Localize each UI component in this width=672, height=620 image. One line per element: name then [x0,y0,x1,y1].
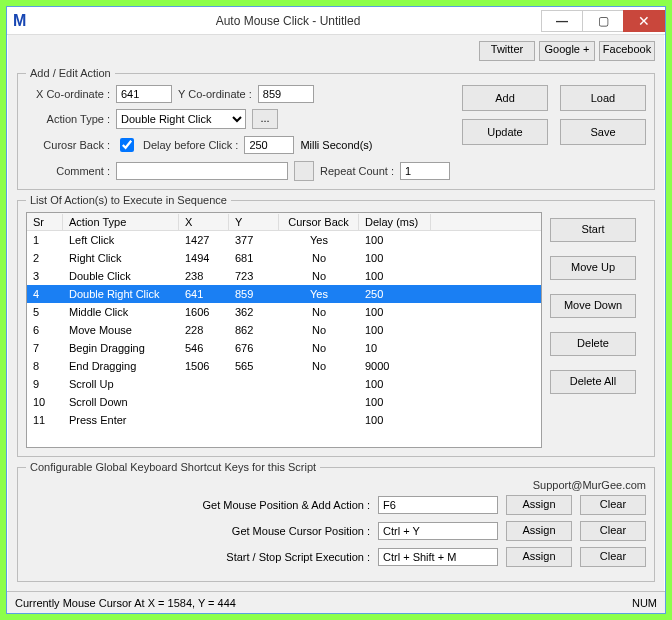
col-type[interactable]: Action Type [63,214,179,230]
delete-all-button[interactable]: Delete All [550,370,636,394]
action-list-group: List Of Action(s) to Execute in Sequence… [17,194,655,457]
cursor-back-checkbox[interactable] [120,138,134,152]
table-row[interactable]: 11Press Enter100 [27,411,541,429]
table-row[interactable]: 9Scroll Up100 [27,375,541,393]
table-row[interactable]: 8End Dragging1506565No9000 [27,357,541,375]
shortcut-label: Get Mouse Position & Add Action : [120,499,370,511]
load-button[interactable]: Load [560,85,646,111]
maximize-button[interactable]: ▢ [582,10,624,32]
window-title: Auto Mouse Click - Untitled [35,14,541,28]
comment-label: Comment : [26,165,110,177]
cursor-back-label: Curosr Back : [26,139,110,151]
clear-button[interactable]: Clear [580,495,646,515]
x-label: X Co-ordinate : [26,88,110,100]
table-row[interactable]: 2Right Click1494681No100 [27,249,541,267]
action-type-label: Action Type : [26,113,110,125]
table-header: Sr Action Type X Y Cursor Back Delay (ms… [27,213,541,231]
titlebar[interactable]: M Auto Mouse Click - Untitled — ▢ ✕ [7,7,665,35]
main-window: M Auto Mouse Click - Untitled — ▢ ✕ Twit… [6,6,666,614]
facebook-button[interactable]: Facebook [599,41,655,61]
shortcuts-legend: Configurable Global Keyboard Shortcut Ke… [26,461,320,473]
action-table[interactable]: Sr Action Type X Y Cursor Back Delay (ms… [26,212,542,448]
table-row[interactable]: 1Left Click1427377Yes100 [27,231,541,249]
table-row[interactable]: 7Begin Dragging546676No10 [27,339,541,357]
repeat-label: Repeat Count : [320,165,394,177]
repeat-input[interactable] [400,162,450,180]
add-button[interactable]: Add [462,85,548,111]
shortcut-label: Start / Stop Script Execution : [120,551,370,563]
move-down-button[interactable]: Move Down [550,294,636,318]
start-button[interactable]: Start [550,218,636,242]
support-link[interactable]: Support@MurGee.com [26,479,646,491]
status-bar: Currently Mouse Cursor At X = 1584, Y = … [7,591,665,613]
edit-action-legend: Add / Edit Action [26,67,115,79]
shortcut-label: Get Mouse Cursor Position : [120,525,370,537]
y-label: Y Co-ordinate : [178,88,252,100]
col-x[interactable]: X [179,214,229,230]
col-delay[interactable]: Delay (ms) [359,214,431,230]
shortcuts-group: Configurable Global Keyboard Shortcut Ke… [17,461,655,582]
shortcut-input[interactable] [378,522,498,540]
close-button[interactable]: ✕ [623,10,665,32]
ellipsis-button[interactable]: ... [252,109,278,129]
shortcut-input[interactable] [378,548,498,566]
delay-unit: Milli Second(s) [300,139,372,151]
delay-input[interactable] [244,136,294,154]
delay-label: Delay before Click : [143,139,238,151]
save-button[interactable]: Save [560,119,646,145]
delete-button[interactable]: Delete [550,332,636,356]
action-type-select[interactable]: Double Right Click [116,109,246,129]
assign-button[interactable]: Assign [506,547,572,567]
twitter-button[interactable]: Twitter [479,41,535,61]
move-up-button[interactable]: Move Up [550,256,636,280]
cursor-position-text: Currently Mouse Cursor At X = 1584, Y = … [15,597,236,609]
action-list-legend: List Of Action(s) to Execute in Sequence [26,194,231,206]
col-y[interactable]: Y [229,214,279,230]
col-sr[interactable]: Sr [27,214,63,230]
table-row[interactable]: 6Move Mouse228862No100 [27,321,541,339]
table-row[interactable]: 5Middle Click1606362No100 [27,303,541,321]
clear-button[interactable]: Clear [580,547,646,567]
table-row[interactable]: 3Double Click238723No100 [27,267,541,285]
numlock-indicator: NUM [632,597,657,609]
minimize-button[interactable]: — [541,10,583,32]
x-input[interactable] [116,85,172,103]
app-logo: M [13,12,35,30]
comment-color-button[interactable] [294,161,314,181]
assign-button[interactable]: Assign [506,495,572,515]
table-row[interactable]: 4Double Right Click641859Yes250 [27,285,541,303]
google-button[interactable]: Google + [539,41,595,61]
y-input[interactable] [258,85,314,103]
comment-input[interactable] [116,162,288,180]
update-button[interactable]: Update [462,119,548,145]
table-row[interactable]: 10Scroll Down100 [27,393,541,411]
assign-button[interactable]: Assign [506,521,572,541]
edit-action-group: Add / Edit Action X Co-ordinate : Y Co-o… [17,67,655,190]
col-cursor-back[interactable]: Cursor Back [279,214,359,230]
clear-button[interactable]: Clear [580,521,646,541]
shortcut-input[interactable] [378,496,498,514]
